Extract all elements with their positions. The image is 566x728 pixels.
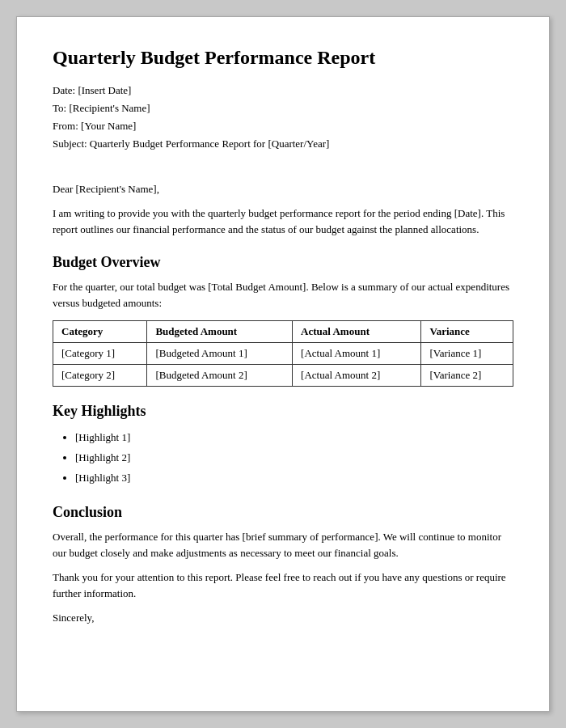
subject-label: Subject: <box>53 138 87 150</box>
key-highlights-heading: Key Highlights <box>53 403 513 420</box>
meta-date: Date: [Insert Date] <box>53 84 513 97</box>
list-item: [Highlight 3] <box>75 468 513 487</box>
cell-variance-1: [Variance 1] <box>421 342 513 364</box>
budget-overview-heading: Budget Overview <box>53 254 513 271</box>
table-row: [Category 1] [Budgeted Amount 1] [Actual… <box>53 342 513 364</box>
budget-table: Category Budgeted Amount Actual Amount V… <box>53 320 513 387</box>
col-header-budgeted: Budgeted Amount <box>147 320 293 342</box>
cell-category-2: [Category 2] <box>53 364 147 386</box>
report-page: Quarterly Budget Performance Report Date… <box>16 16 550 712</box>
subject-value: Quarterly Budget Performance Report for … <box>90 138 330 150</box>
cell-category-1: [Category 1] <box>53 342 147 364</box>
to-value: [Recipient's Name] <box>69 102 150 114</box>
date-label: Date: <box>53 84 75 96</box>
closing: Sincerely, <box>53 610 513 626</box>
conclusion-paragraph-2: Thank you for your attention to this rep… <box>53 569 513 602</box>
col-header-category: Category <box>53 320 147 342</box>
conclusion-heading: Conclusion <box>53 504 513 521</box>
meta-from: From: [Your Name] <box>53 120 513 133</box>
col-header-variance: Variance <box>421 320 513 342</box>
intro-paragraph: I am writing to provide you with the qua… <box>53 205 513 238</box>
table-header-row: Category Budgeted Amount Actual Amount V… <box>53 320 513 342</box>
cell-variance-2: [Variance 2] <box>421 364 513 386</box>
from-label: From: <box>53 120 78 132</box>
budget-overview-paragraph: For the quarter, our total budget was [T… <box>53 279 513 311</box>
date-value: [Insert Date] <box>78 84 131 96</box>
cell-budgeted-2: [Budgeted Amount 2] <box>147 364 293 386</box>
report-title: Quarterly Budget Performance Report <box>53 46 513 70</box>
cell-budgeted-1: [Budgeted Amount 1] <box>147 342 293 364</box>
meta-to: To: [Recipient's Name] <box>53 102 513 115</box>
list-item: [Highlight 2] <box>75 448 513 467</box>
salutation: Dear [Recipient's Name], <box>53 181 513 197</box>
list-item: [Highlight 1] <box>75 428 513 447</box>
meta-subject: Subject: Quarterly Budget Performance Re… <box>53 138 513 150</box>
from-value: [Your Name] <box>81 120 136 132</box>
conclusion-paragraph-1: Overall, the performance for this quarte… <box>53 529 513 561</box>
highlights-list: [Highlight 1] [Highlight 2] [Highlight 3… <box>53 428 513 488</box>
cell-actual-2: [Actual Amount 2] <box>293 364 421 386</box>
cell-actual-1: [Actual Amount 1] <box>293 342 421 364</box>
table-row: [Category 2] [Budgeted Amount 2] [Actual… <box>53 364 513 386</box>
to-label: To: <box>53 102 66 114</box>
col-header-actual: Actual Amount <box>293 320 421 342</box>
